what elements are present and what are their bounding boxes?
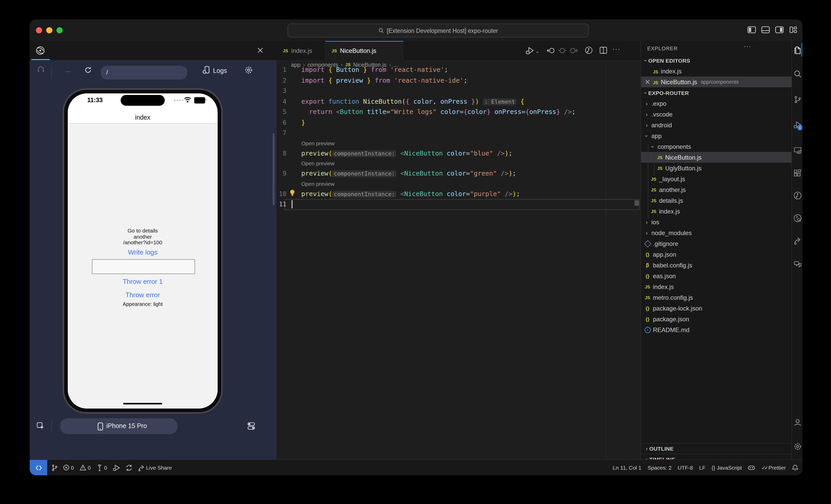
tree-file[interactable]: JSanother.js [641,184,792,195]
section-workspace[interactable]: ›EXPO-ROUTER [641,87,792,98]
status-bell[interactable] [792,464,798,471]
remote-explorer-icon[interactable] [794,146,801,154]
code-editor[interactable]: 1import { Button } from 'react-native';2… [277,65,640,210]
run-dropdown-chevron-icon[interactable]: ⌄ [535,49,539,54]
logs-button[interactable]: Logs [213,67,227,75]
tree-folder[interactable]: ›android [641,120,792,130]
live-share-icon[interactable] [794,237,801,244]
status-copilot[interactable] [748,465,755,470]
status-0[interactable]: 0 [63,465,74,471]
code-line[interactable]: 6} [277,117,640,128]
tree-file[interactable]: .gitignore [641,238,792,249]
status-0[interactable]: 0 [80,465,91,471]
tree-file[interactable]: JSmetro.config.js [641,292,792,303]
status-sync[interactable] [125,464,132,471]
reload-icon[interactable] [84,66,92,74]
close-editor-icon[interactable] [645,80,650,84]
toggle-primary-sidebar-icon[interactable] [747,26,756,33]
code-line[interactable]: 3 [277,86,640,96]
tree-file[interactable]: {}package.json [641,314,792,324]
code-line[interactable]: 4export function NiceButton({ color, onP… [277,96,640,107]
tree-folder[interactable]: ›node_modules [641,227,792,238]
nav-back-icon[interactable]: ← [65,66,73,75]
code-line[interactable]: 2import { preview } from 'react-native-i… [277,75,640,86]
tree-folder[interactable]: ›.vscode [641,109,792,120]
commit-graph-icon[interactable] [794,191,801,199]
tree-file[interactable]: JSNiceButton.js [641,152,792,163]
search-icon[interactable] [794,70,801,78]
nav-back-circle-icon[interactable] [547,47,555,54]
section-outline[interactable]: ›OUTLINE [641,443,792,454]
tree-folder[interactable]: ›app [641,130,792,141]
status-utf-8[interactable]: UTF-8 [678,465,693,471]
tree-file[interactable]: {}eas.json [641,270,792,281]
code-line[interactable]: 5 return <Button title="Write logs" colo… [277,107,640,117]
route-url-input[interactable]: / [101,66,188,80]
open-editor-item[interactable]: JSNiceButton.jsapp/components [641,77,792,87]
debug-run-icon[interactable] [525,46,535,55]
throw-error-button[interactable]: Throw error [68,291,218,299]
source-control-icon[interactable] [794,95,801,103]
minimize-window-button[interactable] [46,27,52,33]
close-window-button[interactable] [36,27,42,33]
toggle-secondary-sidebar-icon[interactable] [775,26,784,33]
status-branch[interactable] [51,464,57,471]
comments-icon[interactable] [794,260,801,268]
text-input[interactable] [92,259,195,274]
element-inspector-icon[interactable] [36,422,45,430]
source-control-graph-icon[interactable] [584,46,593,54]
settings-icon[interactable] [794,442,801,450]
tree-folder[interactable]: ›components [641,141,792,152]
command-center-search[interactable]: [Extension Development Host] expo-router [287,24,589,37]
code-line[interactable]: 9preview(componentInstance: <NiceButton … [277,168,640,179]
codelens-open-preview[interactable]: Open preview [277,138,640,148]
tab-nicebutton-js[interactable]: JS NiceButton.js [325,41,403,60]
status-prettier[interactable]: ✓✓Prettier [762,465,786,471]
status-spaces-2[interactable]: Spaces: 2 [648,465,671,471]
code-line[interactable]: 1import { Button } from 'react-native'; [277,65,640,75]
status-ln-11-col-1[interactable]: Ln 11, Col 1 [613,465,641,471]
link-go-to-details[interactable]: Go to details [68,227,218,234]
toggle-panel-icon[interactable] [761,26,770,33]
status-0[interactable]: 0 [96,464,107,471]
account-icon[interactable] [794,418,801,426]
code-line[interactable]: 11 [277,199,640,210]
tab-index-js[interactable]: JS index.js [277,41,325,60]
split-editor-icon[interactable] [600,47,607,54]
zoom-window-button[interactable] [56,27,63,33]
graph-search-icon[interactable] [794,214,801,222]
remote-indicator[interactable] [30,460,47,475]
editor-more-actions-icon[interactable]: ··· [612,45,621,53]
explorer-icon[interactable] [794,46,801,54]
tree-folder[interactable]: ›.expo [641,98,792,109]
tree-file[interactable]: JSindex.js [641,281,792,292]
panel-scrollbar[interactable] [273,134,275,205]
tree-file[interactable]: JSindex.js [641,206,792,216]
section-open-editors[interactable]: ›OPEN EDITORS [641,55,792,66]
device-settings-toggles-icon[interactable] [248,422,255,430]
device-select-button[interactable]: iPhone 15 Pro [60,418,178,434]
codelens-open-preview[interactable]: Open preview [277,179,640,188]
status-javascript[interactable]: {}JavaScript [712,465,742,471]
codelens-open-preview[interactable]: Open preview [277,158,640,168]
link-another[interactable]: another [68,233,218,239]
quick-fix-lightbulb-icon[interactable] [289,189,296,197]
run-debug-icon[interactable]: 1 [794,121,801,128]
link-another-id[interactable]: /another?id=100 [68,239,218,245]
panel-settings-gear-icon[interactable] [244,66,253,75]
tree-file[interactable]: {}package-lock.json [641,303,792,314]
throw-error-1-button[interactable]: Throw error 1 [68,278,218,285]
tree-file[interactable]: βbabel.config.js [641,260,792,270]
follow-device-icon[interactable] [36,66,45,75]
code-line[interactable]: 8preview(componentInstance: <NiceButton … [277,148,640,158]
logs-icon[interactable] [202,66,211,75]
tree-file[interactable]: JSdetails.js [641,195,792,206]
tree-file[interactable]: {}app.json [641,249,792,260]
explorer-more-actions-icon[interactable]: ··· [744,42,751,50]
radon-ide-tab-icon[interactable] [35,46,45,55]
status-lf[interactable]: LF [699,465,706,471]
tree-folder[interactable]: ›ios [641,216,792,227]
tree-file[interactable]: JSUglyButton.js [641,163,792,174]
editor-scrollbar-thumb[interactable] [634,200,639,206]
status-live-share[interactable]: Live Share [138,464,172,471]
